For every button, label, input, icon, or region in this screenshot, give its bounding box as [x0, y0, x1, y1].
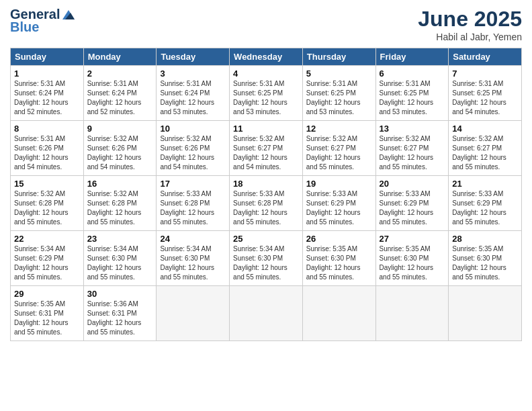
- day-number: 10: [160, 124, 226, 134]
- day-number: 21: [452, 179, 518, 189]
- day-info: Sunrise: 5:32 AM Sunset: 6:28 PM Dayligh…: [87, 189, 153, 227]
- day-info: Sunrise: 5:32 AM Sunset: 6:27 PM Dayligh…: [233, 134, 299, 172]
- day-number: 17: [160, 179, 226, 189]
- day-number: 15: [14, 179, 80, 189]
- calendar-cell: 25 Sunrise: 5:34 AM Sunset: 6:30 PM Dayl…: [230, 231, 303, 286]
- day-info: Sunrise: 5:33 AM Sunset: 6:29 PM Dayligh…: [380, 189, 445, 227]
- calendar-cell: 23 Sunrise: 5:34 AM Sunset: 6:30 PM Dayl…: [83, 231, 157, 286]
- day-info: Sunrise: 5:31 AM Sunset: 6:24 PM Dayligh…: [14, 79, 80, 117]
- calendar-cell: 14 Sunrise: 5:32 AM Sunset: 6:27 PM Dayl…: [449, 121, 522, 176]
- calendar-cell: 17 Sunrise: 5:33 AM Sunset: 6:28 PM Dayl…: [157, 176, 230, 231]
- day-number: 25: [233, 234, 299, 244]
- day-number: 22: [14, 234, 80, 244]
- calendar-cell: 6 Sunrise: 5:31 AM Sunset: 6:25 PM Dayli…: [375, 66, 449, 121]
- day-number: 8: [14, 124, 80, 134]
- day-info: Sunrise: 5:32 AM Sunset: 6:27 PM Dayligh…: [380, 134, 445, 172]
- day-number: 28: [452, 234, 518, 244]
- day-info: Sunrise: 5:34 AM Sunset: 6:30 PM Dayligh…: [233, 244, 299, 282]
- day-info: Sunrise: 5:35 AM Sunset: 6:30 PM Dayligh…: [306, 244, 372, 282]
- day-info: Sunrise: 5:35 AM Sunset: 6:30 PM Dayligh…: [452, 244, 518, 282]
- calendar-cell: 4 Sunrise: 5:31 AM Sunset: 6:25 PM Dayli…: [230, 66, 303, 121]
- day-info: Sunrise: 5:34 AM Sunset: 6:30 PM Dayligh…: [160, 244, 226, 282]
- week-row-3: 15 Sunrise: 5:32 AM Sunset: 6:28 PM Dayl…: [11, 176, 522, 231]
- week-row-5: 29 Sunrise: 5:35 AM Sunset: 6:31 PM Dayl…: [11, 286, 522, 341]
- calendar-cell: 9 Sunrise: 5:32 AM Sunset: 6:26 PM Dayli…: [83, 121, 157, 176]
- day-number: 2: [87, 68, 153, 79]
- logo-icon: [61, 9, 76, 21]
- day-number: 26: [306, 234, 372, 244]
- day-number: 14: [452, 124, 518, 134]
- day-number: 24: [160, 234, 226, 244]
- day-number: 4: [233, 68, 299, 79]
- calendar-cell: [449, 286, 522, 341]
- col-monday: Monday: [83, 48, 157, 66]
- calendar-cell: 8 Sunrise: 5:31 AM Sunset: 6:26 PM Dayli…: [11, 121, 84, 176]
- week-row-1: 1 Sunrise: 5:31 AM Sunset: 6:24 PM Dayli…: [11, 66, 522, 121]
- day-info: Sunrise: 5:35 AM Sunset: 6:31 PM Dayligh…: [14, 300, 80, 337]
- day-number: 20: [380, 179, 445, 189]
- col-thursday: Thursday: [302, 48, 375, 66]
- calendar-cell: 1 Sunrise: 5:31 AM Sunset: 6:24 PM Dayli…: [11, 66, 84, 121]
- page: General Blue June 2025 Habil al Jabr, Ye…: [0, 0, 532, 411]
- calendar: Sunday Monday Tuesday Wednesday Thursday…: [10, 48, 522, 341]
- calendar-cell: 13 Sunrise: 5:32 AM Sunset: 6:27 PM Dayl…: [375, 121, 449, 176]
- col-sunday: Sunday: [11, 48, 84, 66]
- day-number: 12: [306, 124, 372, 134]
- calendar-cell: [230, 286, 303, 341]
- calendar-cell: 22 Sunrise: 5:34 AM Sunset: 6:29 PM Dayl…: [11, 231, 84, 286]
- day-number: 1: [14, 68, 80, 79]
- day-number: 6: [380, 68, 445, 79]
- day-number: 19: [306, 179, 372, 189]
- calendar-cell: 5 Sunrise: 5:31 AM Sunset: 6:25 PM Dayli…: [302, 66, 375, 121]
- col-friday: Friday: [375, 48, 449, 66]
- calendar-cell: 2 Sunrise: 5:31 AM Sunset: 6:24 PM Dayli…: [83, 66, 157, 121]
- day-info: Sunrise: 5:32 AM Sunset: 6:27 PM Dayligh…: [306, 134, 372, 172]
- day-info: Sunrise: 5:33 AM Sunset: 6:29 PM Dayligh…: [306, 189, 372, 227]
- day-info: Sunrise: 5:31 AM Sunset: 6:25 PM Dayligh…: [452, 79, 518, 117]
- calendar-cell: 26 Sunrise: 5:35 AM Sunset: 6:30 PM Dayl…: [302, 231, 375, 286]
- day-info: Sunrise: 5:34 AM Sunset: 6:30 PM Dayligh…: [87, 244, 153, 282]
- day-number: 11: [233, 124, 299, 134]
- calendar-cell: 28 Sunrise: 5:35 AM Sunset: 6:30 PM Dayl…: [449, 231, 522, 286]
- day-number: 16: [87, 179, 153, 189]
- location: Habil al Jabr, Yemen: [418, 32, 522, 42]
- day-info: Sunrise: 5:32 AM Sunset: 6:26 PM Dayligh…: [160, 134, 226, 172]
- calendar-cell: 21 Sunrise: 5:33 AM Sunset: 6:29 PM Dayl…: [449, 176, 522, 231]
- calendar-cell: 3 Sunrise: 5:31 AM Sunset: 6:24 PM Dayli…: [157, 66, 230, 121]
- day-info: Sunrise: 5:32 AM Sunset: 6:26 PM Dayligh…: [87, 134, 153, 172]
- logo: General Blue: [10, 7, 76, 35]
- day-info: Sunrise: 5:34 AM Sunset: 6:29 PM Dayligh…: [14, 244, 80, 282]
- day-info: Sunrise: 5:31 AM Sunset: 6:24 PM Dayligh…: [87, 79, 153, 117]
- day-info: Sunrise: 5:33 AM Sunset: 6:28 PM Dayligh…: [233, 189, 299, 227]
- day-number: 7: [452, 68, 518, 79]
- calendar-cell: 11 Sunrise: 5:32 AM Sunset: 6:27 PM Dayl…: [230, 121, 303, 176]
- day-info: Sunrise: 5:36 AM Sunset: 6:31 PM Dayligh…: [87, 300, 153, 337]
- week-row-2: 8 Sunrise: 5:31 AM Sunset: 6:26 PM Dayli…: [11, 121, 522, 176]
- title-block: June 2025 Habil al Jabr, Yemen: [418, 7, 522, 42]
- calendar-cell: 16 Sunrise: 5:32 AM Sunset: 6:28 PM Dayl…: [83, 176, 157, 231]
- day-number: 18: [233, 179, 299, 189]
- calendar-cell: 18 Sunrise: 5:33 AM Sunset: 6:28 PM Dayl…: [230, 176, 303, 231]
- day-number: 29: [14, 289, 80, 299]
- calendar-cell: 7 Sunrise: 5:31 AM Sunset: 6:25 PM Dayli…: [449, 66, 522, 121]
- day-info: Sunrise: 5:32 AM Sunset: 6:27 PM Dayligh…: [452, 134, 518, 172]
- calendar-cell: [375, 286, 449, 341]
- day-info: Sunrise: 5:31 AM Sunset: 6:26 PM Dayligh…: [14, 134, 80, 172]
- day-info: Sunrise: 5:31 AM Sunset: 6:25 PM Dayligh…: [233, 79, 299, 117]
- day-number: 9: [87, 124, 153, 134]
- header: General Blue June 2025 Habil al Jabr, Ye…: [10, 7, 522, 42]
- day-number: 3: [160, 68, 226, 79]
- calendar-cell: 30 Sunrise: 5:36 AM Sunset: 6:31 PM Dayl…: [83, 286, 157, 341]
- day-number: 23: [87, 234, 153, 244]
- day-info: Sunrise: 5:33 AM Sunset: 6:28 PM Dayligh…: [160, 189, 226, 227]
- day-info: Sunrise: 5:31 AM Sunset: 6:25 PM Dayligh…: [380, 79, 445, 117]
- day-info: Sunrise: 5:33 AM Sunset: 6:29 PM Dayligh…: [452, 189, 518, 227]
- calendar-cell: [302, 286, 375, 341]
- col-tuesday: Tuesday: [157, 48, 230, 66]
- week-row-4: 22 Sunrise: 5:34 AM Sunset: 6:29 PM Dayl…: [11, 231, 522, 286]
- day-info: Sunrise: 5:32 AM Sunset: 6:28 PM Dayligh…: [14, 189, 80, 227]
- calendar-cell: 29 Sunrise: 5:35 AM Sunset: 6:31 PM Dayl…: [11, 286, 84, 341]
- col-wednesday: Wednesday: [230, 48, 303, 66]
- calendar-cell: 20 Sunrise: 5:33 AM Sunset: 6:29 PM Dayl…: [375, 176, 449, 231]
- calendar-header-row: Sunday Monday Tuesday Wednesday Thursday…: [11, 48, 522, 66]
